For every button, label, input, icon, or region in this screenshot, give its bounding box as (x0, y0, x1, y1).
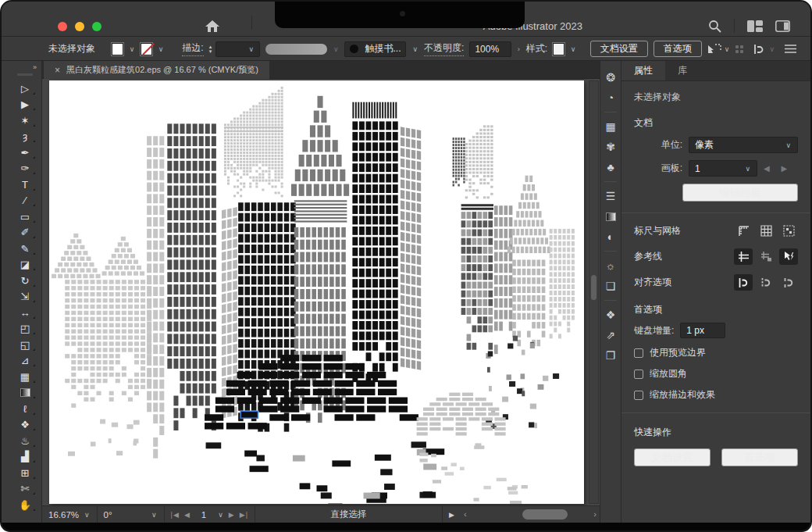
snap-options-icon[interactable]: ∨ (753, 44, 775, 55)
tool-paintbrush-icon[interactable]: ✐ (8, 225, 42, 241)
checkbox-preview-bounds[interactable]: 使用预览边界 (634, 346, 798, 359)
variable-width-preview[interactable] (265, 44, 327, 55)
show-rulers-icon[interactable] (734, 223, 753, 239)
show-guides-icon[interactable] (734, 248, 753, 265)
snap-to-pixel-icon[interactable] (757, 274, 775, 291)
close-tab-icon[interactable]: × (55, 65, 60, 76)
tool-selection-icon[interactable]: ▷ (8, 80, 42, 97)
isolate-mode-icon[interactable]: ∨ (707, 43, 731, 55)
fill-chevron-icon[interactable]: ∨ (129, 45, 136, 53)
tab-properties[interactable]: 属性 (621, 61, 665, 80)
zoom-window-button[interactable] (92, 22, 102, 31)
checkbox-icon[interactable] (634, 370, 643, 379)
tool-rotate-icon[interactable]: ↻ (8, 273, 42, 289)
show-grid-icon[interactable] (757, 223, 775, 239)
lock-guides-icon[interactable] (757, 248, 775, 265)
opacity-expand-icon[interactable]: › (517, 45, 521, 53)
rail-layers-icon[interactable]: ❖ (600, 305, 621, 325)
tool-direct-selection-icon[interactable]: ▶ (8, 97, 42, 113)
workspace-icon[interactable] (747, 20, 763, 32)
rail-color-icon[interactable]: ❂ (600, 67, 621, 87)
panel-toggle-icon[interactable] (775, 20, 790, 32)
vertical-scrollbar[interactable] (589, 80, 599, 504)
stroke-weight-label[interactable]: 描边: (182, 41, 203, 56)
close-window-button[interactable] (58, 22, 67, 31)
tool-free-transform-icon[interactable]: ◰ (8, 321, 42, 337)
next-artboard-icon[interactable]: ▶ (229, 511, 235, 519)
tool-mesh-icon[interactable]: ▦ (8, 369, 42, 385)
prev-artboard-icon[interactable]: ◀ (184, 511, 191, 519)
canvas-pasteboard[interactable] (42, 79, 601, 505)
artboard[interactable] (49, 80, 584, 504)
snap-to-point-icon[interactable] (779, 274, 798, 291)
tool-pen-icon[interactable]: ✒ (8, 145, 42, 161)
width-profile-chevron-icon[interactable]: ∨ (333, 45, 340, 53)
scroll-left-icon[interactable]: ‹ (464, 509, 467, 519)
tool-shape-builder-icon[interactable]: ◱ (8, 337, 42, 353)
edit-artboard-button[interactable]: 编辑画板 (682, 184, 798, 202)
horizontal-scrollbar-thumb[interactable] (522, 509, 568, 520)
minimize-window-button[interactable] (75, 22, 84, 31)
checkbox-scale-strokes[interactable]: 缩放描边和效果 (634, 388, 798, 402)
opacity-field[interactable]: 100% (469, 41, 511, 57)
home-icon[interactable] (205, 19, 220, 33)
tool-magic-wand-icon[interactable]: ✶ (8, 112, 42, 129)
quick-document-setup-button[interactable]: 文档设置 (634, 448, 710, 466)
stroke-chevron-icon[interactable]: ∨ (158, 45, 165, 53)
preferences-button[interactable]: 首选项 (654, 41, 702, 57)
keyboard-increment-field[interactable]: 1 px (680, 323, 725, 338)
tool-type-icon[interactable]: T (8, 177, 42, 193)
tool-artboard-icon[interactable]: ⊞ (8, 465, 42, 481)
checkbox-icon[interactable] (634, 348, 643, 358)
unit-select[interactable]: 像素∨ (689, 137, 798, 153)
toolbar-expand-icon[interactable]: » (8, 61, 41, 71)
rotation-control[interactable]: 0°∨ (98, 506, 165, 523)
rail-swatches-icon[interactable]: ▦ (600, 116, 621, 137)
tool-scale-icon[interactable]: ⇲ (8, 289, 42, 305)
tool-column-graph-icon[interactable]: ▟ (8, 449, 42, 466)
stroke-swatch[interactable] (141, 43, 152, 55)
fill-swatch[interactable] (112, 43, 123, 55)
style-swatch[interactable] (553, 43, 564, 55)
artboard-navigation[interactable]: |◀ ◀ 1 ∨ ▶ ▶| (165, 506, 255, 523)
tool-gradient-icon[interactable] (8, 385, 42, 402)
stroke-weight-stepper[interactable]: ▴▾ (209, 45, 212, 54)
last-artboard-icon[interactable]: ▶| (240, 511, 248, 519)
rail-brushes-icon[interactable]: ✾ (600, 137, 621, 157)
checkbox-icon[interactable] (634, 391, 643, 400)
tool-curvature-icon[interactable]: ✑ (8, 161, 42, 177)
transparency-grid-icon[interactable] (779, 223, 798, 239)
tool-rectangle-icon[interactable]: ▭ (8, 209, 42, 225)
brush-select[interactable]: 触摸书... (344, 41, 406, 57)
style-chevron-icon[interactable]: ∨ (570, 45, 577, 53)
document-setup-button[interactable]: 文档设置 (590, 41, 648, 57)
brush-chevron-icon[interactable]: ∨ (411, 45, 418, 53)
rail-appearance-icon[interactable]: ☼ (600, 255, 621, 276)
quick-preferences-button[interactable]: 首选项 (721, 448, 798, 466)
tool-lasso-icon[interactable]: ȝ (8, 129, 42, 145)
rail-symbols-icon[interactable]: ♣ (600, 157, 621, 177)
artboard-select[interactable]: 1∨ (689, 160, 757, 177)
tool-blend-icon[interactable]: ❖ (8, 417, 42, 434)
options-menu-icon[interactable] (785, 45, 796, 53)
rail-artboards-icon[interactable]: ❐ (600, 345, 621, 366)
tool-hand-icon[interactable]: ✋ (8, 497, 42, 513)
tab-libraries[interactable]: 库 (665, 61, 700, 80)
status-expand-icon[interactable]: ▶ (443, 506, 461, 523)
rail-export-icon[interactable]: ⇗ (600, 325, 621, 345)
rail-color-guide-icon[interactable]: ◔ (600, 87, 621, 108)
tool-line-segment-icon[interactable]: ∕ (8, 193, 42, 209)
first-artboard-icon[interactable]: |◀ (171, 511, 180, 519)
tool-width-icon[interactable]: ↔ (8, 305, 42, 321)
tool-perspective-grid-icon[interactable]: ⊿ (8, 353, 42, 370)
artboard-prev-next-icons[interactable]: ◀ ▶ (764, 164, 792, 173)
scroll-right-icon[interactable]: › (593, 509, 597, 519)
toolbar-grip[interactable] (17, 73, 33, 76)
tool-eraser-icon[interactable]: ◪ (8, 257, 42, 273)
snap-to-grid-icon[interactable] (734, 274, 753, 291)
horizontal-scrollbar[interactable]: ‹ › (461, 506, 601, 523)
search-icon[interactable] (708, 20, 721, 33)
rail-graphic-styles-icon[interactable]: ❏ (600, 276, 621, 296)
tool-slice-icon[interactable]: ✄ (8, 481, 42, 498)
tool-shaper-icon[interactable]: ✎ (8, 241, 42, 257)
